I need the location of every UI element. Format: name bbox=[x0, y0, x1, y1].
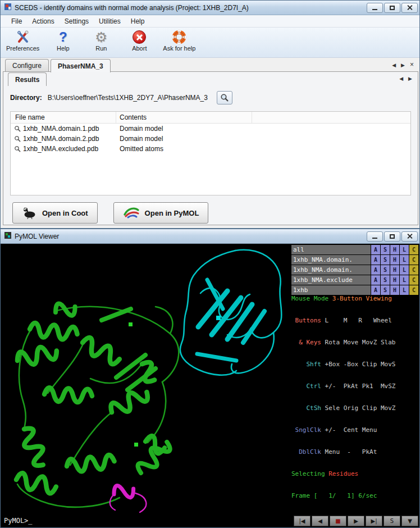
menu-dropdown-button[interactable]: ▼ bbox=[401, 516, 418, 526]
frame-line: Frame [ 1/ 1] 6/sec bbox=[291, 492, 418, 499]
abort-icon bbox=[133, 30, 146, 44]
tab-phasernma-3[interactable]: PhaserNMA_3 bbox=[51, 59, 111, 72]
main-tab-bar: Configure PhaserNMA_3 ◀ ▶ × bbox=[1, 58, 419, 72]
close-button[interactable] bbox=[401, 3, 418, 13]
close-icon bbox=[407, 4, 413, 11]
object-row-domain2: 1xhb_NMA.domain. A S H L C bbox=[291, 265, 418, 275]
column-file-name[interactable]: File name bbox=[11, 112, 116, 123]
label-button[interactable]: L bbox=[400, 265, 409, 275]
subtab-scroll-left-icon[interactable]: ◀ bbox=[399, 76, 403, 81]
tab-close-icon[interactable]: × bbox=[410, 61, 414, 69]
toolbar-label: Help bbox=[57, 45, 70, 52]
menu-file[interactable]: File bbox=[6, 16, 27, 27]
mouse-line: Mouse Mode 3-Button Viewing bbox=[291, 295, 418, 302]
pymol-window: PyMOL Viewer bbox=[0, 229, 420, 528]
file-contents: Domain model bbox=[116, 125, 163, 133]
color-button[interactable]: C bbox=[409, 245, 418, 254]
action-button[interactable]: A bbox=[371, 255, 380, 265]
subtab-scroll-right-icon[interactable]: ▶ bbox=[408, 76, 412, 81]
object-row-all: all A S H L C bbox=[291, 245, 418, 254]
magnifier-icon bbox=[14, 145, 21, 152]
tab-scroll-left-icon[interactable]: ◀ bbox=[392, 62, 396, 68]
toolbar-label: Ask for help bbox=[163, 45, 195, 52]
hide-button[interactable]: H bbox=[390, 255, 399, 265]
magnifier-icon bbox=[14, 125, 21, 132]
table-row[interactable]: 1xhb_NMA.excluded.pdb Omitted atoms bbox=[11, 144, 410, 154]
object-name[interactable]: 1xhb_NMA.domain. bbox=[291, 265, 371, 275]
last-frame-button[interactable]: ▶| bbox=[366, 516, 382, 526]
browse-directory-button[interactable] bbox=[217, 91, 232, 104]
directory-label: Directory: bbox=[10, 94, 42, 102]
show-button[interactable]: S bbox=[381, 245, 390, 254]
green-selection-marker bbox=[129, 322, 133, 326]
menu-bar: File Actions Settings Utilities Help bbox=[1, 15, 419, 28]
magnifier-icon bbox=[14, 135, 21, 142]
hide-button[interactable]: H bbox=[390, 245, 399, 254]
pymol-content: all A S H L C 1xhb_NMA.domain. A S H L C… bbox=[1, 244, 419, 527]
maximize-button[interactable] bbox=[384, 231, 400, 242]
stop-button[interactable]: ■ bbox=[330, 516, 346, 526]
toolbar-label: Run bbox=[95, 45, 107, 52]
color-button[interactable]: C bbox=[409, 265, 418, 275]
life-ring-icon bbox=[172, 29, 186, 45]
tab-configure[interactable]: Configure bbox=[5, 59, 49, 72]
table-row[interactable]: 1xhb_NMA.domain.2.pdb Domain model bbox=[11, 134, 410, 144]
file-contents: Omitted atoms bbox=[116, 145, 163, 153]
toolbar-run[interactable]: ⚙ Run bbox=[86, 29, 116, 52]
menu-help[interactable]: Help bbox=[126, 16, 150, 27]
show-button[interactable]: S bbox=[381, 265, 390, 275]
toolbar-abort[interactable]: Abort bbox=[125, 29, 154, 52]
open-in-coot-button[interactable]: Open in Coot bbox=[12, 202, 98, 224]
maximize-button[interactable] bbox=[384, 3, 400, 13]
minimize-button[interactable] bbox=[367, 3, 383, 13]
first-frame-button[interactable]: |◀ bbox=[294, 516, 311, 526]
previous-frame-button[interactable]: ◀ bbox=[312, 516, 328, 526]
pymol-app-icon bbox=[4, 231, 12, 242]
open-in-coot-label: Open in Coot bbox=[42, 209, 88, 217]
file-name: 1xhb_NMA.excluded.pdb bbox=[23, 145, 98, 153]
sceds-titlebar[interactable]: SCEDS - identify domains with normal mod… bbox=[1, 1, 419, 15]
tab-results[interactable]: Results bbox=[8, 72, 47, 86]
magenta-excluded-ribbon bbox=[110, 481, 147, 512]
cyan-selection-marker bbox=[216, 316, 221, 320]
pymol-titlebar[interactable]: PyMOL Viewer bbox=[1, 229, 419, 244]
object-name[interactable]: 1xhb_NMA.domain. bbox=[291, 255, 371, 265]
label-button[interactable]: L bbox=[400, 255, 409, 265]
mouse-line: Ctrl +/- PkAt Pk1 MvSZ bbox=[291, 383, 418, 390]
mouse-mode-panel: Mouse Mode 3-Button Viewing Buttons L M … bbox=[291, 280, 418, 514]
window-title: PyMOL Viewer bbox=[15, 233, 367, 240]
pymol-command-prompt[interactable]: PyMOL>_ bbox=[4, 517, 33, 525]
menu-utilities[interactable]: Utilities bbox=[94, 16, 126, 27]
s-button[interactable]: S bbox=[384, 516, 400, 526]
close-button[interactable] bbox=[401, 231, 418, 242]
pymol-logo-icon bbox=[123, 206, 140, 221]
label-button[interactable]: L bbox=[400, 245, 409, 254]
column-contents[interactable]: Contents bbox=[116, 112, 252, 123]
menu-actions[interactable]: Actions bbox=[27, 16, 59, 27]
toolbar: Preferences ? Help ⚙ Run Abort Ask for h… bbox=[1, 28, 419, 58]
green-domain-ribbon bbox=[15, 299, 173, 494]
toolbar-ask-for-help[interactable]: Ask for help bbox=[163, 29, 195, 52]
help-question-icon: ? bbox=[59, 30, 67, 44]
color-button[interactable]: C bbox=[409, 255, 418, 265]
toolbar-help[interactable]: ? Help bbox=[48, 29, 77, 52]
object-name[interactable]: all bbox=[291, 245, 371, 254]
menu-settings[interactable]: Settings bbox=[60, 16, 94, 27]
file-table: File name Contents 1xhb_NMA.domain.1.pdb… bbox=[10, 111, 411, 195]
gear-icon: ⚙ bbox=[95, 30, 107, 44]
action-button[interactable]: A bbox=[371, 265, 380, 275]
table-row[interactable]: 1xhb_NMA.domain.1.pdb Domain model bbox=[11, 124, 410, 134]
action-button[interactable]: A bbox=[371, 245, 380, 254]
mouse-line: DblClk Menu - PkAt bbox=[291, 448, 418, 456]
protein-viewport[interactable] bbox=[1, 244, 291, 527]
minimize-button[interactable] bbox=[367, 231, 383, 242]
results-notebook: Results ◀ ▶ Directory: B:\Users\oeffner\… bbox=[3, 71, 418, 225]
tab-scroll-right-icon[interactable]: ▶ bbox=[401, 62, 405, 68]
object-row-domain1: 1xhb_NMA.domain. A S H L C bbox=[291, 255, 418, 265]
show-button[interactable]: S bbox=[381, 255, 390, 265]
play-button[interactable]: ▶ bbox=[348, 516, 364, 526]
green-selection-marker bbox=[134, 443, 138, 447]
hide-button[interactable]: H bbox=[390, 265, 399, 275]
open-in-pymol-button[interactable]: Open in PyMOL bbox=[113, 202, 209, 224]
toolbar-preferences[interactable]: Preferences bbox=[6, 29, 39, 52]
